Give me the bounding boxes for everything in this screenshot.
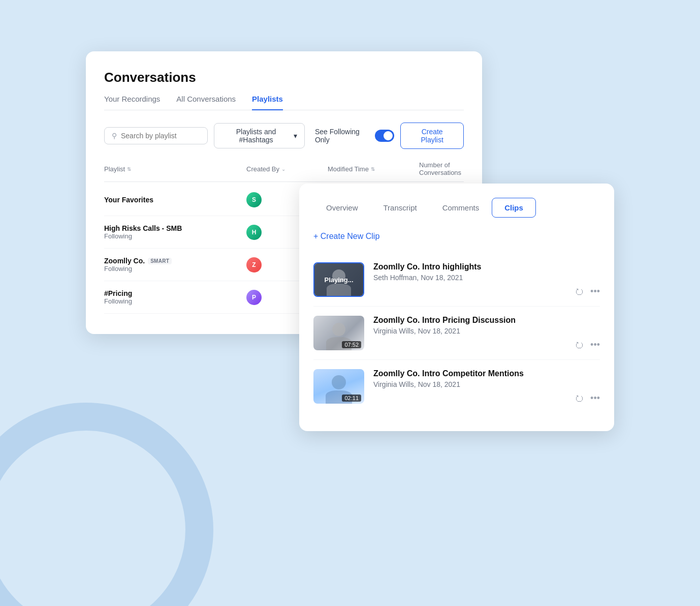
header-num-conversations: Number of Conversations [419,161,464,176]
avatar: P [246,290,262,305]
duration-badge: 02:11 [342,395,361,402]
toggle-knob [384,131,393,140]
clip-title: Zoomlly Co. Intro Competitor Mentions [373,369,600,378]
more-options-icon[interactable]: ••• [590,393,600,404]
toolbar: ⚲ Playlists and #Hashtags ▾ See Followin… [104,123,464,149]
create-new-clip-button[interactable]: + Create New Clip [313,232,379,241]
clip-info-2: Zoomlly Co. Intro Pricing Discussion Vir… [373,316,600,335]
following-toggle-group: See Following Only [315,128,394,144]
tab-recordings[interactable]: Your Recordings [104,95,160,110]
clip-actions-1: ⭮ ••• [575,286,600,297]
clips-panel: Overview Transcript Comments Clips + Cre… [299,184,614,431]
playlist-name: Your Favorites [104,196,246,204]
playlist-name-col: High Risks Calls - SMB Following [104,224,246,240]
sort-icon-playlist: ⇅ [127,166,131,172]
filter-dropdown[interactable]: Playlists and #Hashtags ▾ [214,123,305,148]
list-item[interactable]: 02:11 Zoomlly Co. Intro Competitor Menti… [313,360,600,413]
clip-thumbnail-1: Playing... [313,262,364,297]
list-item[interactable]: Playing... Zoomlly Co. Intro highlights … [313,253,600,307]
scene-container: Conversations Your Recordings All Conver… [71,36,629,570]
clip-title: Zoomlly Co. Intro highlights [373,262,600,271]
clip-thumbnail-2: 07:52 [313,316,364,350]
duration-badge: 07:52 [342,341,361,348]
clip-author: Seth Hoffman, Nov 18, 2021 [373,274,600,282]
avatar: H [246,225,262,240]
chevron-down-icon: ▾ [294,132,297,140]
tab-playlists[interactable]: Playlists [252,95,283,110]
clip-title: Zoomlly Co. Intro Pricing Discussion [373,316,600,325]
header-modified-time: Modified Time ⇅ [328,161,419,176]
search-box[interactable]: ⚲ [104,127,208,144]
clip-author: Virginia Wills, Nov 18, 2021 [373,380,600,388]
tab-comments[interactable]: Comments [430,198,492,218]
clip-actions-2: ⭮ ••• [575,340,600,350]
tab-all-conversations[interactable]: All Conversations [176,95,236,110]
clip-author: Virginia Wills, Nov 18, 2021 [373,327,600,335]
list-item[interactable]: 07:52 Zoomlly Co. Intro Pricing Discussi… [313,307,600,360]
sort-icon-modified: ⇅ [371,166,375,172]
table-header: Playlist ⇅ Created By ⌄ Modified Time ⇅ … [104,161,464,182]
tab-overview[interactable]: Overview [313,198,371,218]
search-input[interactable] [121,132,200,140]
following-label: See Following Only [315,128,371,144]
share-icon[interactable]: ⭮ [575,393,584,404]
clip-info-3: Zoomlly Co. Intro Competitor Mentions Vi… [373,369,600,388]
page-title: Conversations [104,70,464,85]
clips-panel-tabs: Overview Transcript Comments Clips [313,198,600,218]
clip-actions-3: ⭮ ••• [575,393,600,404]
header-playlist: Playlist ⇅ [104,161,246,176]
sort-icon-created-by: ⌄ [281,166,285,172]
playlist-name-col: #Pricing Following [104,289,246,305]
playing-label: Playing... [324,276,353,284]
filter-label: Playlists and #Hashtags [221,128,291,144]
search-icon: ⚲ [112,132,117,140]
smart-badge: SMART [148,258,172,264]
create-playlist-button[interactable]: Create Playlist [400,123,464,149]
share-icon[interactable]: ⭮ [575,286,584,297]
clip-info-1: Zoomlly Co. Intro highlights Seth Hoffma… [373,262,600,282]
tab-transcript[interactable]: Transcript [371,198,430,218]
more-options-icon[interactable]: ••• [590,286,600,297]
tab-bar: Your Recordings All Conversations Playli… [104,95,464,110]
share-icon[interactable]: ⭮ [575,340,584,350]
tab-clips[interactable]: Clips [492,198,536,218]
avatar: S [246,192,262,207]
clip-thumbnail-3: 02:11 [313,369,364,404]
more-options-icon[interactable]: ••• [590,340,600,350]
playlist-name-col: Zoomlly Co. SMART Following [104,257,246,272]
following-toggle[interactable] [375,130,394,142]
avatar: Z [246,257,262,272]
header-created-by: Created By ⌄ [246,161,328,176]
